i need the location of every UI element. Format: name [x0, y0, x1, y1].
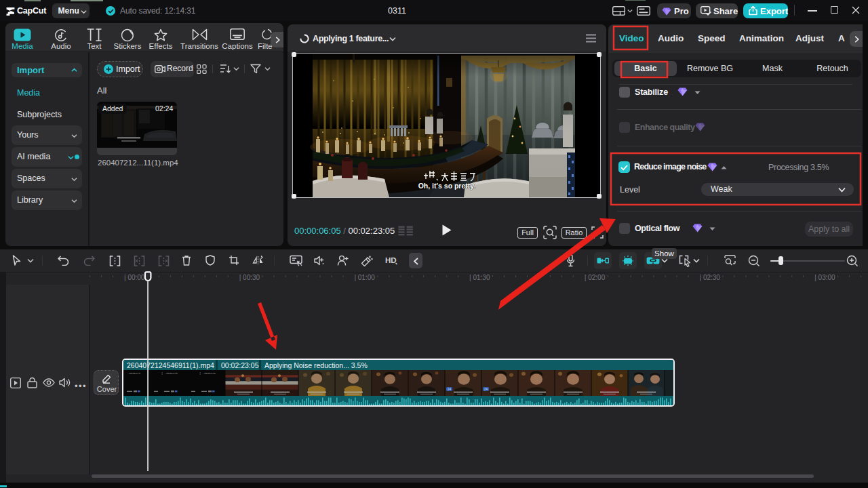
svg-text:| 03:00: | 03:00: [814, 274, 835, 281]
svg-text:| 00:00: | 00:00: [124, 274, 145, 281]
svg-text:| 00:30: | 00:30: [239, 274, 260, 281]
svg-text:| 02:00: | 02:00: [585, 274, 606, 281]
svg-text:[ -0089418: [ -0089418: [199, 372, 216, 375]
svg-text:HD: HD: [385, 256, 397, 264]
svg-text:-0089418: -0089418: [127, 372, 141, 375]
svg-text:[ -0089418: [ -0089418: [161, 372, 178, 375]
svg-text:| 02:30: | 02:30: [700, 274, 721, 281]
svg-text:Oh, it's so pretty.: Oh, it's so pretty.: [418, 182, 476, 190]
svg-text:| 01:30: | 01:30: [469, 274, 490, 281]
svg-text:| 01:00: | 01:00: [354, 274, 375, 281]
